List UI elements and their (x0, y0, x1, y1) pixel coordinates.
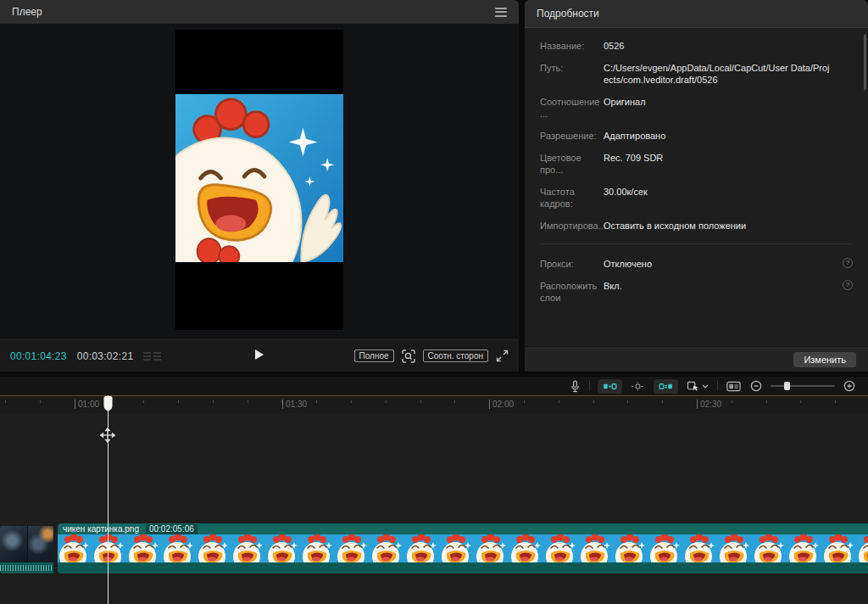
field-name: Название: 0526 (540, 40, 853, 52)
help-icon[interactable]: ? (843, 258, 853, 268)
field-label: Прокси: (540, 258, 604, 270)
play-icon (254, 349, 264, 361)
zoom-out-button[interactable] (749, 380, 763, 392)
field-resolution: Разрешение: Адаптировано (540, 130, 853, 142)
capcut-app: Плеер (0, 0, 868, 604)
image-clip-chicken[interactable]: чикен картинка.png 00:02:05:06 (58, 523, 868, 573)
video-clip-left[interactable] (0, 526, 53, 573)
player-menu-icon[interactable] (495, 5, 507, 19)
select-tool-dropdown[interactable] (686, 381, 709, 392)
player-controls: 00:01:04:23 00:03:02:21 Полное Соотн. ст… (0, 339, 519, 372)
field-ratio: Соотношение ... Оригинал (540, 96, 853, 120)
field-value: Оставить в исходном положении (604, 220, 831, 232)
clip-thumbnail-tile (231, 534, 266, 562)
linked-dashes-icon (631, 382, 645, 391)
record-voiceover-button[interactable] (569, 380, 581, 393)
chevron-down-icon (702, 384, 709, 389)
magnet-link-icon (659, 382, 673, 391)
chicken-preview-image (175, 94, 343, 262)
details-fields: Название: 0526 Путь: C:/Users/evgen/AppD… (525, 28, 868, 304)
ruler-label: 02:00 (489, 400, 514, 409)
fullscreen-button[interactable] (496, 350, 509, 362)
details-scrollbar[interactable] (864, 34, 866, 90)
clip-thumbnail-tile (92, 534, 127, 562)
thumbnail-view-button[interactable] (726, 381, 742, 392)
field-framerate: Частота кадров: 30.00к/сек (540, 186, 853, 210)
field-label: Название: (540, 40, 604, 52)
field-label: Расположить слои (540, 280, 604, 304)
clip-thumbnail-tile (683, 534, 718, 562)
ruler-label: 01:00 (75, 400, 99, 409)
aspect-ratio-button[interactable]: Соотн. сторон (423, 350, 488, 362)
field-value: Rec. 709 SDR (604, 152, 831, 176)
link-clips-button[interactable] (630, 382, 646, 391)
field-value: Адаптировано (604, 130, 831, 142)
circle-minus-icon (750, 380, 762, 392)
zoom-preview-button[interactable] (402, 350, 415, 363)
details-footer: Изменить (525, 346, 868, 372)
player-panel-header: Плеер (0, 0, 519, 24)
timeline-zoom-slider[interactable] (771, 381, 835, 391)
field-label: Частота кадров: (540, 186, 604, 210)
clip-thumbnail-tile (266, 534, 301, 562)
field-value: 30.00к/сек (604, 186, 831, 210)
ruler-label: 01:30 (282, 400, 307, 409)
clip-thumbnail-tile (475, 534, 509, 562)
clip-bottom-strip (58, 562, 868, 573)
total-timecode: 00:03:02:21 (77, 350, 134, 362)
video-thumbnail (27, 526, 54, 562)
ruler-label: 02:30 (697, 400, 721, 409)
field-label: Разрешение: (540, 130, 604, 142)
field-label: Импортирова... (540, 220, 604, 232)
clip-thumbnail-tile (370, 534, 405, 562)
preview-axis-button[interactable] (654, 379, 678, 394)
clip-thumbnail-tile (857, 534, 868, 562)
field-value: C:/Users/evgen/AppData/Local/CapCut/User… (604, 62, 831, 86)
clip-header: чикен картинка.png 00:02:05:06 (58, 523, 868, 534)
field-value: Отключено (604, 258, 831, 270)
toolbar-divider (589, 381, 590, 391)
snap-toggle-button[interactable] (598, 379, 622, 394)
timeline-toolbar (0, 377, 868, 395)
field-proxy: Прокси: Отключено ? (540, 258, 853, 270)
clip-thumbnail-tile (787, 534, 822, 562)
clip-thumbnail-tile (301, 534, 336, 562)
clip-thumbnail-tile (614, 534, 648, 562)
zoom-in-button[interactable] (843, 380, 856, 392)
edit-button[interactable]: Изменить (793, 352, 856, 367)
clip-thumbnail-tile (544, 534, 579, 562)
field-label: Путь: (540, 62, 604, 86)
section-divider (540, 243, 853, 244)
clip-thumbnail-tile (440, 534, 475, 562)
help-icon[interactable]: ? (843, 280, 853, 290)
play-button[interactable] (254, 349, 264, 363)
slider-handle[interactable] (784, 382, 790, 390)
clip-thumbnail-tile (718, 534, 753, 562)
field-label: Цветовое про... (540, 152, 604, 176)
frames-grid-icon[interactable] (143, 350, 161, 362)
film-frames-icon (726, 381, 741, 392)
clip-thumbnail-tile (336, 534, 370, 562)
current-timecode: 00:01:04:23 (10, 350, 67, 362)
microphone-icon (570, 380, 581, 393)
audio-waveform (0, 562, 53, 573)
clip-thumbnail-tile (58, 534, 92, 562)
video-thumbnail (0, 526, 27, 562)
details-panel: Подробности Название: 0526 Путь: C:/User… (525, 0, 868, 372)
player-panel: Плеер (0, 0, 519, 372)
toolbar-divider (717, 381, 718, 391)
clip-thumbnail-tile (822, 534, 857, 562)
clip-thumbnail-tile (753, 534, 787, 562)
video-clip-thumbnails (0, 526, 53, 562)
clip-thumbnail-tile (405, 534, 440, 562)
details-title: Подробности (537, 8, 599, 20)
field-value: Оригинал (604, 96, 831, 120)
details-panel-header: Подробности (525, 0, 868, 28)
video-frame (175, 30, 343, 330)
player-stage (0, 24, 519, 339)
clip-thumbnail-tile (197, 534, 231, 562)
quality-button[interactable]: Полное (354, 350, 394, 362)
clip-duration-badge: 00:02:05:06 (146, 524, 198, 534)
circle-plus-icon (843, 380, 855, 392)
timeline-ruler[interactable]: 01:00 01:30 02:00 02:30 (0, 395, 868, 413)
